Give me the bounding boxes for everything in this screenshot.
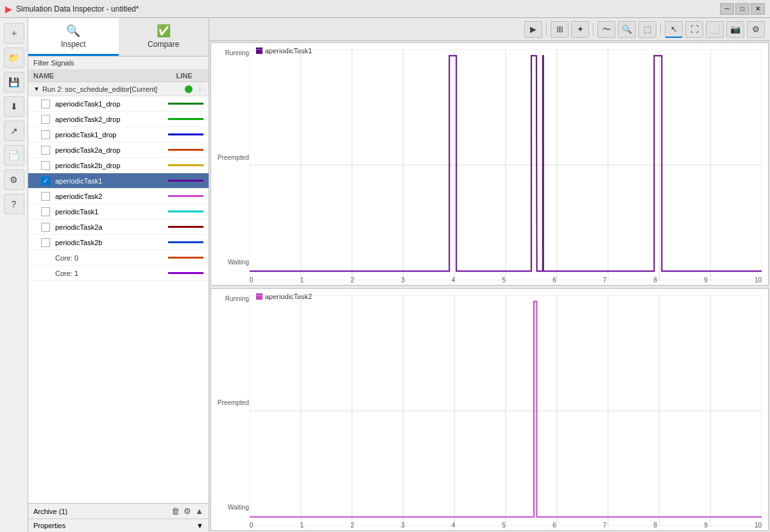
x-label2-9: 9 <box>704 522 708 529</box>
x-label2-8: 8 <box>654 522 658 529</box>
x-label2-5: 5 <box>502 522 506 529</box>
signal-row[interactable]: aperiodicTask2_drop <box>28 112 209 127</box>
options-button[interactable]: ⚙ <box>747 21 765 38</box>
signal-line-2 <box>168 133 203 135</box>
signal-row[interactable]: periodicTask2a <box>28 219 209 235</box>
document-button[interactable]: 📄 <box>4 145 24 166</box>
maximize-button[interactable]: □ <box>735 3 749 15</box>
snapshot-button[interactable]: 📷 <box>726 21 744 38</box>
fullscreen-button[interactable]: ⛶ <box>685 21 703 38</box>
signal-row[interactable]: aperiodicTask2 <box>28 189 209 204</box>
sidebar-bottom: Archive (1) 🗑 ⚙ ▲ Properties ▼ <box>28 503 209 532</box>
signal-line-8 <box>168 226 203 228</box>
signal-name-9: periodicTask2b <box>55 239 166 246</box>
settings-button[interactable]: ⚙ <box>4 169 24 190</box>
tiles-button[interactable]: ⬜ <box>706 21 724 38</box>
left-icon-bar: ＋ 📁 💾 ⬇ ↗ 📄 ⚙ ? <box>0 18 28 532</box>
filter-signals-label: Filter Signals <box>28 56 209 70</box>
signal-row[interactable]: periodicTask2a_drop <box>28 142 209 158</box>
signal-checkbox-4[interactable] <box>41 161 50 170</box>
signal-checkbox-3[interactable] <box>41 146 50 155</box>
archive-expand-icon[interactable]: ▲ <box>195 506 203 516</box>
x-label2-10: 10 <box>755 522 762 529</box>
inspect-icon: 🔍 <box>66 24 80 38</box>
minimize-button[interactable]: ─ <box>720 3 734 15</box>
x-axis-labels-1: 0 1 2 3 4 5 6 7 8 9 10 <box>250 277 762 284</box>
run-status-indicator <box>185 85 193 93</box>
signal-checkbox-7[interactable] <box>41 207 50 216</box>
signal-name-3: periodicTask2a_drop <box>55 146 166 154</box>
compare-icon: ✅ <box>157 24 171 38</box>
signal-row[interactable]: periodicTask1_drop <box>28 127 209 142</box>
save-button[interactable]: 💾 <box>4 72 24 92</box>
y-axis-labels-1: Running Preempted Waiting <box>214 49 249 266</box>
signal-row[interactable]: periodicTask2b <box>28 235 209 250</box>
signal-checkbox-9[interactable] <box>41 238 50 247</box>
download-button[interactable]: ⬇ <box>4 96 24 117</box>
x-label-1: 1 <box>300 277 304 284</box>
signal-name-1: aperiodicTask2_drop <box>55 116 166 123</box>
run-menu-button[interactable]: ⋮ <box>196 85 203 93</box>
add-button[interactable]: ＋ <box>4 23 24 44</box>
chart-plot-area-1: aperiodicTask1 Running Preempted Waiting <box>211 43 768 285</box>
y-label-running-2: Running <box>225 295 249 302</box>
run-header: ▼ Run 2: soc_schedule_editor[Current] ⋮ <box>28 82 209 96</box>
signal-name-7: periodicTask1 <box>55 208 166 216</box>
properties-bar[interactable]: Properties ▼ <box>28 519 209 532</box>
app-icon: ▶ <box>5 4 12 14</box>
signal-row[interactable]: periodicTask1 <box>28 204 209 219</box>
signal-list: ▼ Run 2: soc_schedule_editor[Current] ⋮ … <box>28 82 209 503</box>
toolbar-sep-2 <box>593 23 594 36</box>
chart-panel-2: aperiodicTask2 Running Preempted Waiting <box>210 288 769 531</box>
toolbar-sep-1 <box>546 23 547 36</box>
signal-checkbox-0[interactable] <box>41 99 50 108</box>
signal-line-4 <box>168 164 203 166</box>
tab-inspect[interactable]: 🔍 Inspect <box>28 18 119 56</box>
archive-delete-icon[interactable]: 🗑 <box>171 506 180 516</box>
archive-settings-icon[interactable]: ⚙ <box>184 506 191 516</box>
x-label-2: 2 <box>350 277 354 284</box>
x-label2-7: 7 <box>603 522 607 529</box>
cursor-button[interactable]: ↖ <box>665 21 683 38</box>
core-row-1[interactable]: Core: 1 <box>28 266 209 281</box>
y-label-preempted-1: Preempted <box>218 154 249 161</box>
signal-checkbox-8[interactable] <box>41 223 50 232</box>
signal-line-6 <box>168 195 203 197</box>
signal-checkbox-1[interactable] <box>41 115 50 124</box>
signal-button[interactable]: 〜 <box>597 21 615 38</box>
x-label2-6: 6 <box>552 522 556 529</box>
signal-checkbox-5[interactable]: ✓ <box>41 176 50 185</box>
play-button[interactable]: ▶ <box>524 21 542 38</box>
signal-checkbox-6[interactable] <box>41 192 50 201</box>
marker-button[interactable]: ✦ <box>571 21 589 38</box>
properties-expand-icon[interactable]: ▼ <box>196 522 203 529</box>
signal-row-selected[interactable]: ✓ aperiodicTask1 <box>28 173 209 189</box>
signal-row[interactable]: aperiodicTask1_drop <box>28 96 209 112</box>
x-label2-3: 3 <box>401 522 405 529</box>
fit-button[interactable]: ⬚ <box>638 21 656 38</box>
tab-compare[interactable]: ✅ Compare <box>119 18 209 56</box>
x-label2-1: 1 <box>300 522 304 529</box>
help-button[interactable]: ? <box>4 194 24 214</box>
x-label2-2: 2 <box>350 522 354 529</box>
signal-name-8: periodicTask2a <box>55 223 166 231</box>
signal-name-0: aperiodicTask1_drop <box>55 100 166 108</box>
close-button[interactable]: ✕ <box>751 3 765 15</box>
chart-area: ▶ ⊞ ✦ 〜 🔍 ⬚ ↖ ⛶ ⬜ 📷 ⚙ aperiodicTask1 <box>209 18 770 532</box>
chart-toolbar: ▶ ⊞ ✦ 〜 🔍 ⬚ ↖ ⛶ ⬜ 📷 ⚙ <box>209 18 770 41</box>
signal-row[interactable]: periodicTask2b_drop <box>28 158 209 173</box>
archive-bar: Archive (1) 🗑 ⚙ ▲ <box>28 504 209 519</box>
layout-button[interactable]: ⊞ <box>551 21 569 38</box>
signal-line-7 <box>168 210 203 212</box>
zoom-button[interactable]: 🔍 <box>618 21 636 38</box>
share-button[interactable]: ↗ <box>4 121 24 141</box>
folder-button[interactable]: 📁 <box>4 47 24 68</box>
column-line-header: LINE <box>165 72 203 80</box>
chart-panel-1: aperiodicTask1 Running Preempted Waiting <box>210 42 769 286</box>
x-label-8: 8 <box>654 277 658 284</box>
core-row-0[interactable]: Core: 0 <box>28 250 209 266</box>
window-controls: ─ □ ✕ <box>720 3 765 15</box>
tab-inspect-label: Inspect <box>61 40 86 49</box>
x-label-10: 10 <box>755 277 762 284</box>
signal-checkbox-2[interactable] <box>41 130 50 139</box>
